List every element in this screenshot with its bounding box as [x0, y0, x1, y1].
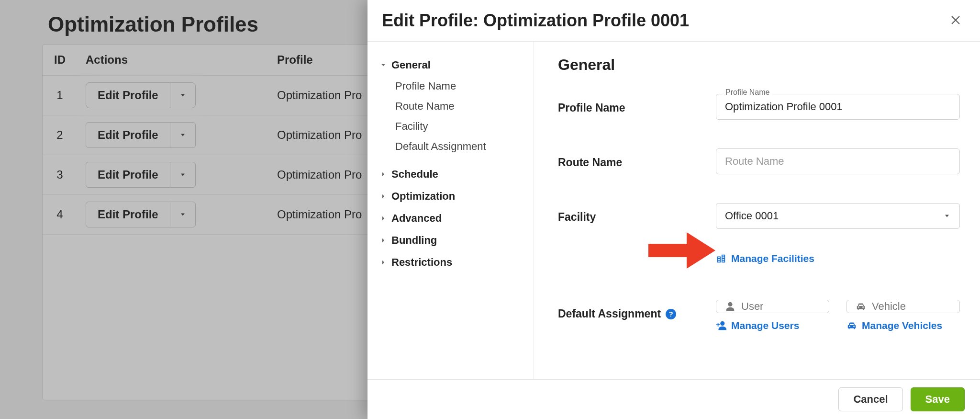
chevron-right-icon — [380, 237, 387, 244]
facility-select[interactable]: Office 0001 — [716, 203, 960, 229]
manage-users-link[interactable]: Manage Users — [716, 320, 829, 331]
field-row-facility: Facility Office 0001 Manage Facilities — [558, 203, 960, 264]
chevron-down-icon — [943, 212, 951, 220]
link-label: Manage Users — [731, 320, 799, 331]
sidebar-item-label: Restrictions — [391, 256, 452, 269]
building-icon — [716, 253, 726, 264]
cancel-button[interactable]: Cancel — [838, 387, 902, 411]
sidebar-item-general[interactable]: General — [376, 54, 525, 76]
sidebar-item-optimization[interactable]: Optimization — [376, 185, 525, 207]
help-icon[interactable]: ? — [666, 309, 676, 319]
sidebar-item-label: Optimization — [391, 190, 455, 203]
drawer-footer: Cancel Save — [368, 379, 980, 419]
drawer-sidebar: General Profile Name Route Name Facility… — [368, 42, 534, 379]
user-placeholder: User — [741, 300, 763, 313]
field-row-route-name: Route Name — [558, 148, 960, 174]
sidebar-item-label: General — [391, 59, 431, 71]
person-add-icon — [716, 320, 726, 331]
field-row-default-assignment: Default Assignment ? User Manage Users — [558, 300, 960, 331]
field-label: Route Name — [558, 148, 716, 169]
profile-name-input[interactable] — [716, 94, 960, 120]
close-icon — [950, 15, 961, 25]
field-label: Profile Name — [558, 94, 716, 114]
drawer-header: Edit Profile: Optimization Profile 0001 — [368, 0, 980, 42]
field-row-profile-name: Profile Name Profile Name — [558, 94, 960, 120]
floating-label: Profile Name — [723, 88, 772, 97]
chevron-right-icon — [380, 259, 387, 266]
car-icon — [856, 301, 866, 312]
user-select[interactable]: User — [716, 300, 829, 313]
drawer-body: General Profile Name Route Name Facility… — [368, 42, 980, 379]
field-label: Default Assignment ? — [558, 300, 716, 320]
section-heading-general: General — [558, 56, 960, 74]
sidebar-sub-profile-name[interactable]: Profile Name — [376, 76, 525, 96]
sidebar-item-label: Advanced — [391, 212, 442, 225]
edit-profile-drawer: Edit Profile: Optimization Profile 0001 … — [368, 0, 980, 419]
save-button[interactable]: Save — [911, 387, 965, 411]
manage-facilities-link[interactable]: Manage Facilities — [716, 253, 960, 264]
sidebar-item-label: Bundling — [391, 234, 437, 247]
close-button[interactable] — [950, 13, 961, 28]
sidebar-item-restrictions[interactable]: Restrictions — [376, 251, 525, 273]
sidebar-item-schedule[interactable]: Schedule — [376, 163, 525, 185]
field-label: Facility — [558, 203, 716, 224]
person-icon — [725, 301, 735, 312]
sidebar-item-label: Schedule — [391, 168, 438, 181]
field-label-text: Default Assignment — [558, 307, 661, 320]
chevron-down-icon — [380, 62, 387, 68]
sidebar-item-bundling[interactable]: Bundling — [376, 229, 525, 251]
link-label: Manage Facilities — [731, 253, 814, 264]
chevron-right-icon — [380, 171, 387, 178]
car-cog-icon — [846, 320, 857, 331]
annotation-arrow-right — [648, 232, 715, 269]
sidebar-sub-facility[interactable]: Facility — [376, 116, 525, 136]
vehicle-select[interactable]: Vehicle — [846, 300, 960, 313]
chevron-right-icon — [380, 215, 387, 222]
link-label: Manage Vehicles — [862, 320, 942, 331]
manage-vehicles-link[interactable]: Manage Vehicles — [846, 320, 960, 331]
drawer-title: Edit Profile: Optimization Profile 0001 — [382, 11, 689, 31]
facility-selected-value: Office 0001 — [725, 210, 779, 222]
drawer-content: General Profile Name Profile Name Route … — [534, 42, 980, 379]
sidebar-item-advanced[interactable]: Advanced — [376, 207, 525, 229]
vehicle-placeholder: Vehicle — [872, 300, 906, 313]
sidebar-sub-default-assignment[interactable]: Default Assignment — [376, 136, 525, 157]
route-name-input[interactable] — [716, 148, 960, 174]
sidebar-sub-route-name[interactable]: Route Name — [376, 96, 525, 116]
chevron-right-icon — [380, 193, 387, 200]
